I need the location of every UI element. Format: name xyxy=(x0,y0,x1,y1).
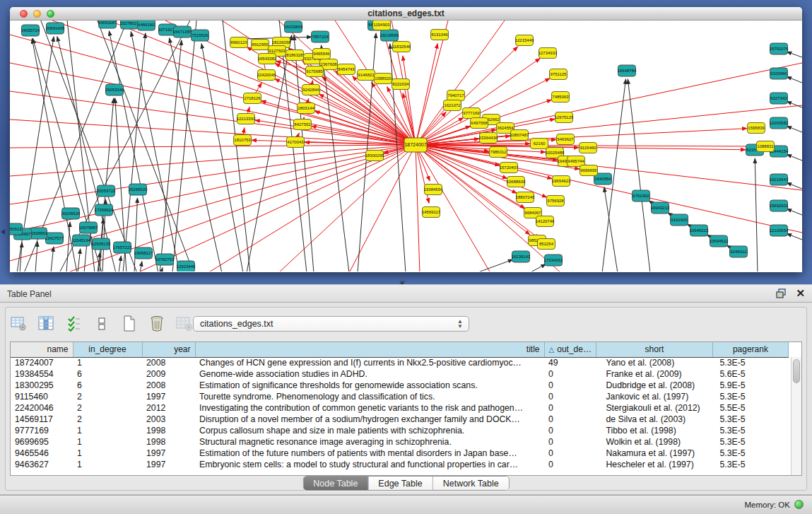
table-row[interactable]: 1830029562008Estimation of significance … xyxy=(11,380,788,391)
select-rows-icon[interactable] xyxy=(65,315,83,333)
citation-edge-red[interactable] xyxy=(416,63,802,145)
tab-network-table[interactable]: Network Table xyxy=(433,477,509,490)
row-height-icon[interactable] xyxy=(93,315,111,333)
citation-edge-black[interactable] xyxy=(787,182,802,189)
citation-edge-black[interactable] xyxy=(140,262,142,271)
node-label: 18807249 xyxy=(516,195,535,199)
table-row[interactable]: 1872400712008Changes of HCN gene express… xyxy=(11,357,788,368)
cell-name: 9115460 xyxy=(11,391,73,402)
table-row[interactable]: 911546021997Tourette syndrome. Phenomeno… xyxy=(11,391,788,402)
network-view-canvas[interactable]: 2405572420691406106532871527802164661601… xyxy=(10,21,802,271)
citation-edge-red[interactable] xyxy=(10,119,416,145)
column-header-pagerank[interactable]: pagerank xyxy=(712,342,788,357)
citation-edge-black[interactable] xyxy=(134,198,137,271)
citation-edge-black[interactable] xyxy=(66,222,70,271)
tab-edge-table[interactable]: Edge Table xyxy=(368,477,433,490)
column-header-short[interactable]: short xyxy=(596,342,712,357)
citation-network-graph[interactable]: 2405572420691406106532871527802164661601… xyxy=(10,21,802,271)
show-columns-icon[interactable] xyxy=(37,315,56,333)
node-label: 24055724 xyxy=(21,28,40,33)
node-label: 8350513 xyxy=(10,227,22,231)
citation-edge-red[interactable] xyxy=(10,145,416,148)
citation-edge-black[interactable] xyxy=(201,44,243,271)
node-label: 15278021 xyxy=(120,21,139,25)
tab-node-table[interactable]: Node Table xyxy=(303,477,368,490)
node-label: 8960123 xyxy=(230,40,247,45)
citation-edge-red[interactable] xyxy=(208,145,416,271)
column-header-name[interactable]: name xyxy=(11,342,73,357)
citation-edge-red[interactable] xyxy=(278,145,416,271)
citation-edge-black[interactable] xyxy=(787,209,802,215)
citation-edge-black[interactable] xyxy=(628,79,650,271)
table-row[interactable]: 946362711997Embryonic stem cells: a mode… xyxy=(11,459,788,470)
node-label: 13427577 xyxy=(45,236,64,240)
citation-edge-black[interactable] xyxy=(529,264,546,271)
table-mode-icon[interactable] xyxy=(10,315,28,333)
citation-edge-black[interactable] xyxy=(787,52,802,57)
network-window-titlebar[interactable]: citations_edges.txt xyxy=(10,7,802,21)
node-label: 16210643 xyxy=(770,177,789,182)
table-row[interactable]: 969969511998Structural magnetic resonanc… xyxy=(11,436,788,448)
column-header-out_degree[interactable]: △out_de… xyxy=(544,342,596,357)
cell-year: 1998 xyxy=(142,425,195,436)
node-label: 10025488 xyxy=(546,151,565,155)
node-label: 7485063 xyxy=(552,95,569,99)
table-scrollbar-thumb[interactable] xyxy=(793,359,800,383)
cell-title: Genome-wide association studies in ADHD. xyxy=(195,368,544,380)
citation-edge-black[interactable] xyxy=(390,44,406,271)
cell-year: 1997 xyxy=(142,391,195,402)
node-label: 9465546 xyxy=(313,52,330,56)
table-row[interactable]: 1456911722003Disruption of a novel membe… xyxy=(11,414,788,425)
citation-edge-black[interactable] xyxy=(51,247,54,271)
citation-edge-black[interactable] xyxy=(131,32,180,271)
collapse-panel-arrow-icon[interactable] xyxy=(1,229,5,235)
cell-out_degree: 0 xyxy=(544,391,596,402)
cell-name: 19384554 xyxy=(11,368,73,380)
table-row[interactable]: 946554611997Estimation of the future num… xyxy=(11,448,788,459)
new-column-icon[interactable] xyxy=(120,315,139,333)
citation-edge-red[interactable] xyxy=(10,145,416,176)
node-label: 8222034 xyxy=(392,82,409,86)
node-label: 17957223 xyxy=(113,245,132,250)
delete-table-icon[interactable] xyxy=(175,315,194,333)
citation-edge-black[interactable] xyxy=(161,268,163,271)
close-icon[interactable]: ✕ xyxy=(796,288,805,299)
cell-pagerank: 5.3E-5 xyxy=(712,436,788,448)
delete-column-icon[interactable] xyxy=(148,315,166,333)
table-selector-dropdown[interactable]: citations_edges.txt ▲▼ xyxy=(193,316,469,332)
node-label: 16033809 xyxy=(284,25,303,29)
column-header-title[interactable]: title xyxy=(195,342,544,357)
cell-year: 2009 xyxy=(142,368,195,380)
table-row[interactable]: 2242004622012Investigating the contribut… xyxy=(11,402,788,414)
node-label: 9175685 xyxy=(306,69,323,74)
citation-edge-red[interactable] xyxy=(10,145,416,261)
column-header-year[interactable]: year xyxy=(142,342,195,357)
citation-edge-black[interactable] xyxy=(787,126,802,132)
citation-edge-black[interactable] xyxy=(787,154,802,160)
float-window-icon[interactable] xyxy=(776,288,787,298)
citation-edge-red[interactable] xyxy=(416,145,420,271)
citation-edge-black[interactable] xyxy=(35,242,37,271)
column-header-in_degree[interactable]: in_degree xyxy=(73,342,142,357)
cell-pagerank: 5.3E-5 xyxy=(712,459,788,470)
citation-edge-red[interactable] xyxy=(10,145,416,204)
table-row[interactable]: 1938455462009Genome-wide association stu… xyxy=(11,368,788,380)
network-window[interactable]: citations_edges.txt 24055724206914061065… xyxy=(10,7,802,272)
citation-edge-black[interactable] xyxy=(160,40,182,271)
citation-edge-black[interactable] xyxy=(476,259,513,271)
citation-edge-black[interactable] xyxy=(119,256,121,271)
node-label: 12215449 xyxy=(515,38,534,42)
node-label: 14120746 xyxy=(536,219,555,223)
table-scrollbar[interactable] xyxy=(791,357,801,475)
citation-edge-black[interactable] xyxy=(109,31,158,271)
citation-edge-black[interactable] xyxy=(787,233,802,240)
citation-edge-black[interactable] xyxy=(170,38,222,271)
citation-edge-black[interactable] xyxy=(755,158,758,271)
cell-title: Disruption of a novel member of a sodium… xyxy=(195,414,544,425)
cell-in_degree: 2 xyxy=(73,391,142,402)
citation-edge-black[interactable] xyxy=(123,33,146,271)
citation-edge-black[interactable] xyxy=(787,76,802,83)
table-row[interactable]: 977716911998Corpus callosum shape and si… xyxy=(11,425,788,436)
node-label: 20553722 xyxy=(97,189,116,193)
cell-pagerank: 5.3E-5 xyxy=(712,414,788,425)
